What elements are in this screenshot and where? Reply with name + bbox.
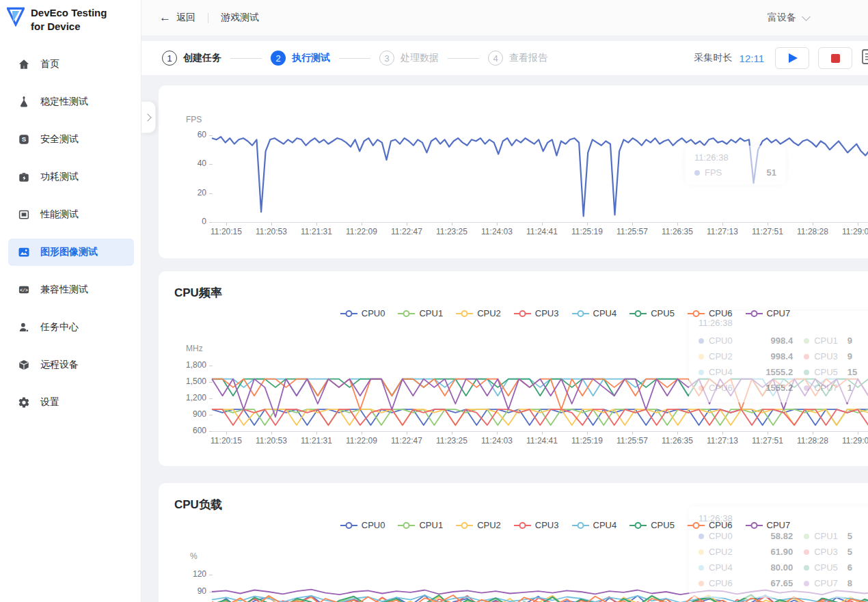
series-dot-icon xyxy=(699,370,704,375)
cpu-frequency-card: CPU频率 MHz6009001,2001,5001,80011:20:1511… xyxy=(159,271,868,466)
x-axis-tick xyxy=(632,432,633,435)
back-arrow-icon[interactable]: ← xyxy=(159,11,171,25)
tooltip-row: CPU61555.2CPU71 xyxy=(699,380,868,396)
chart-tooltip: 11:26:38FPS51 xyxy=(685,146,786,184)
x-axis-tick xyxy=(407,223,407,225)
back-button[interactable]: 返回 xyxy=(176,12,195,24)
series-dot-icon xyxy=(699,338,704,344)
security-test-icon: S xyxy=(17,133,31,146)
tooltip-row: CPU667.65CPU78 xyxy=(699,575,868,591)
sidebar-collapse-handle[interactable] xyxy=(141,101,156,133)
series-dot-icon xyxy=(804,370,809,375)
legend-marker-icon xyxy=(398,310,415,317)
legend-cpu1[interactable]: CPU1 xyxy=(398,308,443,318)
x-axis-tick xyxy=(271,432,272,435)
report-clipped-icon[interactable] xyxy=(861,49,868,68)
tooltip-row: CPU261.90CPU35 xyxy=(699,544,868,560)
y-axis-label: 20 xyxy=(159,188,206,197)
sidebar-item-performance-test[interactable]: 性能测试 xyxy=(8,201,134,228)
sidebar-item-security-test[interactable]: S 安全测试 xyxy=(8,126,134,153)
legend-marker-icon xyxy=(572,310,589,317)
x-axis-tick xyxy=(226,223,227,225)
fps-card: FPS020406011:20:1511:20:5311:21:3111:22:… xyxy=(159,85,868,258)
x-axis-label: 11:27:13 xyxy=(707,227,738,236)
x-axis-tick xyxy=(452,432,452,435)
x-axis-label: 11:24:03 xyxy=(481,227,513,236)
x-axis-label: 11:20:15 xyxy=(211,436,242,446)
sidebar-item-task-center[interactable]: 任务中心 xyxy=(8,314,134,341)
tooltip-row: CPU058.82CPU15 xyxy=(699,528,868,544)
fps-chart[interactable]: FPS020406011:20:1511:20:5311:21:3111:22:… xyxy=(159,85,868,258)
breadcrumb: 游戏测试 xyxy=(221,12,259,24)
legend-cpu0[interactable]: CPU0 xyxy=(340,308,385,318)
deveco-logo-icon xyxy=(7,6,25,29)
sidebar-item-compatibility-test[interactable]: </> 兼容性测试 xyxy=(8,276,134,303)
sidebar-item-home[interactable]: 首页 xyxy=(8,51,134,78)
legend-marker-icon xyxy=(340,310,357,317)
x-axis-label: 11:22:09 xyxy=(346,436,377,446)
chart-legend: CPU0CPU1CPU2CPU3CPU4CPU5CPU6CPU7 xyxy=(159,520,868,530)
x-axis-tick xyxy=(226,432,227,435)
x-axis-tick xyxy=(813,432,813,435)
legend-cpu5[interactable]: CPU5 xyxy=(629,308,675,318)
sidebar-item-remote-device[interactable]: 远程设备 xyxy=(8,351,134,379)
sidebar-nav: 首页 稳定性测试 S 安全测试 功耗测试 性能测试 图形图像测试 xyxy=(0,51,141,416)
legend-marker-icon xyxy=(456,310,473,317)
sidebar-item-power-test[interactable]: 功耗测试 xyxy=(8,163,134,191)
y-axis-label: 900 xyxy=(159,409,206,419)
x-axis-tick xyxy=(542,223,543,225)
legend-cpu2[interactable]: CPU2 xyxy=(456,308,501,318)
x-axis-tick xyxy=(632,223,633,225)
legend-cpu3[interactable]: CPU3 xyxy=(514,520,559,530)
stop-button[interactable] xyxy=(818,47,852,69)
legend-cpu7[interactable]: CPU7 xyxy=(746,520,791,530)
series-dot-icon xyxy=(804,534,809,539)
x-axis-label: 11:23:25 xyxy=(436,436,467,446)
x-axis-tick xyxy=(587,223,588,225)
sidebar-item-graphics-test[interactable]: 图形图像测试 xyxy=(8,238,134,266)
x-axis-label: 11:27:51 xyxy=(752,436,783,446)
x-axis-label: 11:27:13 xyxy=(707,436,738,446)
legend-marker-icon xyxy=(514,310,531,317)
cpu-load-chart[interactable]: %030609012011:20:1511:20:5311:21:3111:22… xyxy=(159,483,868,602)
tooltip-timestamp: 11:26:38 xyxy=(694,152,776,163)
x-axis-tick xyxy=(362,432,362,435)
y-axis-label: 1,500 xyxy=(159,377,206,386)
x-axis-line xyxy=(212,431,868,432)
chevron-right-icon xyxy=(144,113,151,121)
step-connector xyxy=(339,58,370,59)
legend-cpu6[interactable]: CPU6 xyxy=(688,520,733,530)
app-logo: DevEco Testing for Device xyxy=(0,0,141,33)
legend-cpu5[interactable]: CPU5 xyxy=(629,520,675,530)
y-axis-label: 0 xyxy=(159,217,206,226)
series-dot-icon xyxy=(804,338,809,344)
step-connector xyxy=(230,58,262,59)
legend-cpu2[interactable]: CPU2 xyxy=(456,520,501,530)
legend-cpu1[interactable]: CPU1 xyxy=(398,520,443,530)
y-axis-unit-label: MHz xyxy=(186,344,203,353)
legend-marker-icon xyxy=(572,522,589,529)
sidebar-item-stability-test[interactable]: 稳定性测试 xyxy=(8,88,134,115)
step-view-report: 4 查看报告 xyxy=(488,51,547,66)
device-selector[interactable]: 富设备 xyxy=(768,12,809,24)
x-axis-line xyxy=(212,222,868,223)
y-axis-unit-label: FPS xyxy=(186,115,202,124)
x-axis-tick xyxy=(542,432,543,435)
legend-cpu7[interactable]: CPU7 xyxy=(746,308,791,318)
sidebar-item-settings[interactable]: 设置 xyxy=(8,389,134,416)
x-axis-tick xyxy=(452,223,452,225)
x-axis-label: 11:20:53 xyxy=(256,436,287,446)
cpu-frequency-chart[interactable]: MHz6009001,2001,5001,80011:20:1511:20:53… xyxy=(159,271,868,466)
x-axis-label: 11:26:35 xyxy=(662,227,693,236)
legend-cpu3[interactable]: CPU3 xyxy=(514,308,559,318)
legend-cpu0[interactable]: CPU0 xyxy=(340,520,385,530)
x-axis-label: 11:29:06 xyxy=(842,227,868,236)
legend-cpu4[interactable]: CPU4 xyxy=(572,520,617,530)
legend-cpu4[interactable]: CPU4 xyxy=(572,308,617,318)
step-process-data: 3 处理数据 xyxy=(379,51,439,66)
x-axis-tick xyxy=(316,432,317,435)
legend-cpu6[interactable]: CPU6 xyxy=(688,308,733,318)
x-axis-tick xyxy=(768,432,768,435)
series-dot-icon xyxy=(699,565,704,571)
play-button[interactable] xyxy=(775,47,809,69)
